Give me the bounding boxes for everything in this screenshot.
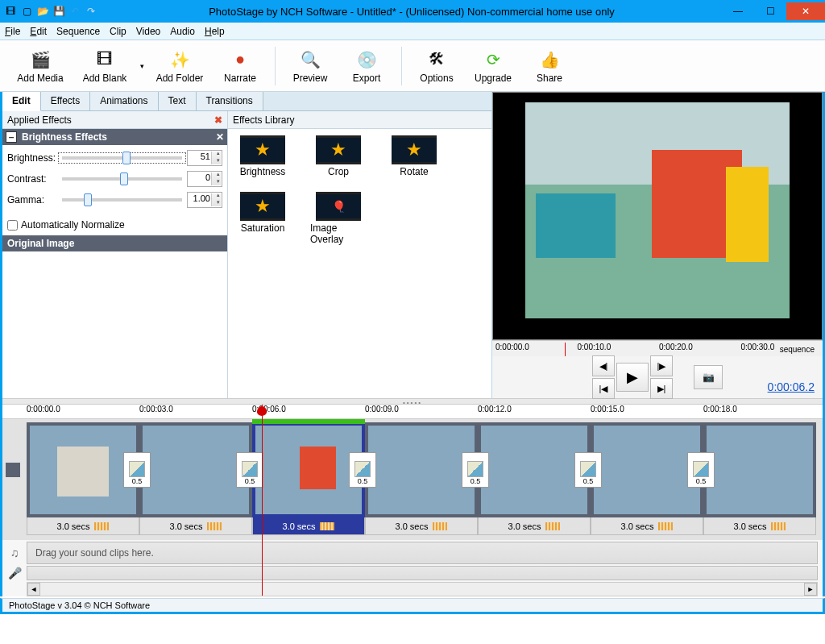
transition-badge[interactable]: 0.5: [236, 452, 263, 488]
redo-icon[interactable]: ↷: [84, 4, 98, 19]
effect-saturation[interactable]: ★Saturation: [234, 192, 291, 245]
transition-badge[interactable]: 0.5: [123, 452, 151, 488]
add-media-button[interactable]: 🎬Add Media: [8, 42, 73, 90]
clip-2[interactable]: 0.5 3.0 secs: [139, 422, 252, 535]
effect-controls: Brightness: 51 Contrast: 0 Gamma: 1.00: [2, 145, 227, 218]
timeline-scrollbar[interactable]: ◄ ►: [27, 582, 818, 596]
clip-6[interactable]: 0.5 3.0 secs: [591, 422, 703, 535]
preview-time-ruler[interactable]: 0:00:00.0 0:00:10.0 0:00:20.0 0:00:30.0: [492, 340, 823, 356]
preview-viewport[interactable]: [492, 92, 823, 340]
video-track-icon: [6, 463, 20, 477]
menu-sequence[interactable]: Sequence: [56, 26, 100, 37]
clip-5[interactable]: 0.5 3.0 secs: [478, 422, 591, 535]
effect-image-overlay[interactable]: 🎈Image Overlay: [310, 192, 367, 245]
add-blank-dropdown[interactable]: ▾: [137, 62, 147, 70]
timeline-playhead[interactable]: [262, 405, 263, 596]
clip-1[interactable]: 0.5 3.0 secs: [27, 422, 139, 535]
open-icon[interactable]: 📂: [35, 4, 50, 19]
audio-track[interactable]: ♫ Drag your sound clips here.: [27, 542, 818, 564]
narration-track[interactable]: 🎤: [27, 566, 818, 580]
export-button[interactable]: 💿Export: [338, 42, 395, 90]
upgrade-button[interactable]: ⟳Upgrade: [465, 42, 521, 90]
remove-effect-button[interactable]: ✕: [216, 131, 224, 143]
collapse-icon[interactable]: –: [6, 131, 17, 143]
menu-help[interactable]: Help: [205, 26, 225, 37]
menu-file[interactable]: File: [5, 26, 20, 37]
next-frame-button[interactable]: |▶: [650, 355, 673, 376]
add-folder-button[interactable]: ✨Add Folder: [147, 42, 212, 90]
applied-effects-header: Applied Effects ✖: [2, 111, 227, 129]
preview-image: [525, 102, 790, 318]
add-blank-button[interactable]: 🎞Add Blank: [73, 42, 137, 90]
maximize-button[interactable]: ☐: [754, 2, 786, 20]
menu-video[interactable]: Video: [136, 26, 160, 37]
export-icon: 💿: [355, 48, 378, 71]
save-icon[interactable]: 💾: [52, 4, 66, 19]
contrast-value[interactable]: 0: [187, 171, 222, 187]
original-image-header[interactable]: Original Image: [2, 235, 227, 251]
preview-panel: 0:00:00.0 0:00:10.0 0:00:20.0 0:00:30.0 …: [492, 92, 823, 398]
film-plus-icon: 🎬: [29, 48, 52, 71]
record-icon: ●: [229, 48, 251, 71]
share-button[interactable]: 👍Share: [521, 42, 578, 90]
gamma-slider[interactable]: [62, 198, 182, 202]
goto-start-button[interactable]: |◀: [592, 378, 615, 399]
magnifier-icon: 🔍: [299, 48, 321, 71]
brightness-value[interactable]: 51: [187, 150, 222, 166]
tab-transitions[interactable]: Transitions: [197, 92, 263, 110]
separator: [401, 47, 402, 85]
quick-access-toolbar: 🎞 ▢ 📂 💾 ↶ ↷: [0, 4, 102, 19]
brightness-label: Brightness:: [7, 152, 57, 164]
menu-clip[interactable]: Clip: [110, 26, 126, 37]
new-icon[interactable]: ▢: [19, 4, 34, 19]
close-button[interactable]: ✕: [786, 2, 825, 20]
effect-rotate[interactable]: ★Rotate: [386, 135, 442, 177]
transition-badge[interactable]: 0.5: [349, 452, 376, 488]
brightness-effect-header[interactable]: – Brightness Effects ✕: [2, 129, 227, 145]
tab-edit[interactable]: Edit: [2, 92, 41, 111]
overlay-icon: 🎈: [316, 192, 361, 221]
transition-badge[interactable]: 0.5: [574, 452, 602, 488]
contrast-slider[interactable]: [62, 177, 182, 181]
splitter-grip[interactable]: •••••: [2, 398, 823, 405]
brightness-slider[interactable]: [62, 156, 182, 160]
auto-normalize-checkbox[interactable]: [7, 220, 18, 231]
transition-icon: [129, 461, 145, 477]
duration-bars-icon: [320, 522, 334, 530]
status-text: PhotoStage v 3.04 © NCH Software: [9, 600, 150, 610]
play-button[interactable]: ▶: [616, 363, 649, 392]
snapshot-button[interactable]: 📷: [694, 365, 723, 389]
auto-normalize-label: Automatically Normalize: [21, 219, 125, 231]
scroll-right-button[interactable]: ►: [804, 583, 817, 596]
scroll-left-button[interactable]: ◄: [27, 583, 40, 596]
effect-crop[interactable]: ★Crop: [310, 135, 367, 177]
video-track[interactable]: 0.5 3.0 secs 0.5 3.0 secs 0.5 3.0 secs 0…: [2, 419, 823, 540]
clip-7[interactable]: 3.0 secs: [703, 422, 816, 535]
effect-title: Brightness Effects: [22, 131, 107, 143]
gamma-value[interactable]: 1.00: [187, 192, 222, 208]
sequence-label: sequence: [777, 345, 818, 354]
narrate-button[interactable]: ●Narrate: [212, 42, 268, 90]
transition-badge[interactable]: 0.5: [462, 452, 489, 488]
gamma-label: Gamma:: [7, 194, 57, 206]
titlebar: 🎞 ▢ 📂 💾 ↶ ↷ PhotoStage by NCH Software -…: [0, 0, 825, 23]
prev-frame-button[interactable]: ◀|: [592, 355, 615, 376]
tab-text[interactable]: Text: [159, 92, 197, 110]
undo-icon[interactable]: ↶: [68, 4, 82, 19]
menu-edit[interactable]: Edit: [30, 26, 47, 37]
clear-effects-button[interactable]: ✖: [214, 114, 222, 126]
clip-4[interactable]: 0.5 3.0 secs: [365, 422, 478, 535]
clip-3-selected[interactable]: 0.5 3.0 secs: [252, 422, 365, 535]
tab-effects[interactable]: Effects: [41, 92, 90, 110]
options-button[interactable]: 🛠Options: [408, 42, 465, 90]
timeline-ruler[interactable]: 0:00:00.0 0:00:03.0 0:00:06.0 0:00:09.0 …: [2, 405, 823, 419]
transition-badge[interactable]: 0.5: [687, 452, 715, 488]
preview-button[interactable]: 🔍Preview: [282, 42, 338, 90]
effect-brightness[interactable]: ★Brightness: [234, 135, 291, 177]
time-readout[interactable]: 0:00:06.2: [768, 380, 815, 393]
minimize-button[interactable]: —: [722, 2, 754, 20]
tab-animations[interactable]: Animations: [90, 92, 158, 110]
goto-end-button[interactable]: ▶|: [650, 378, 673, 399]
menu-audio[interactable]: Audio: [170, 26, 195, 37]
upgrade-icon: ⟳: [482, 48, 504, 71]
